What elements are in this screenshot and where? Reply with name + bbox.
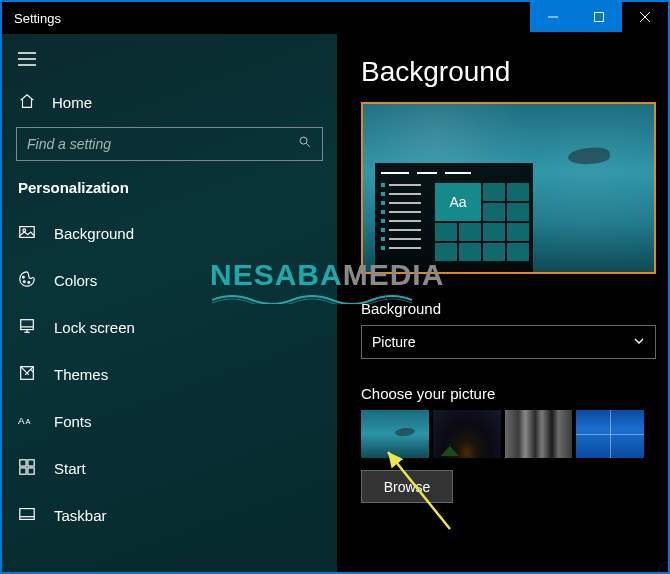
section-title: Personalization xyxy=(2,179,337,210)
picture-thumb-3[interactable] xyxy=(505,410,573,458)
svg-text:A: A xyxy=(18,415,25,426)
picture-thumb-2[interactable] xyxy=(433,410,501,458)
nav-item-lock-screen[interactable]: Lock screen xyxy=(2,304,337,351)
nav-label: Fonts xyxy=(54,413,92,430)
picture-thumbnails xyxy=(361,410,644,458)
preview-subject xyxy=(567,147,610,166)
nav-item-start[interactable]: Start xyxy=(2,445,337,492)
picture-thumb-4[interactable] xyxy=(576,410,644,458)
svg-rect-24 xyxy=(20,468,26,474)
background-type-dropdown[interactable]: Picture xyxy=(361,325,656,359)
search-icon xyxy=(298,135,312,153)
nav-label: Start xyxy=(54,460,86,477)
preview-aa-tile: Aa xyxy=(435,183,481,221)
svg-rect-14 xyxy=(21,320,34,330)
page-title: Background xyxy=(361,56,644,88)
nav-item-themes[interactable]: Themes xyxy=(2,351,337,398)
nav-label: Themes xyxy=(54,366,108,383)
home-nav[interactable]: Home xyxy=(2,82,337,127)
home-icon xyxy=(18,92,36,113)
sidebar: Home Personalization Background Colors L… xyxy=(2,34,337,572)
chevron-down-icon xyxy=(633,334,645,350)
start-icon xyxy=(18,458,36,479)
picture-icon xyxy=(18,223,36,244)
choose-picture-label: Choose your picture xyxy=(361,385,644,402)
svg-rect-25 xyxy=(28,468,34,474)
svg-point-12 xyxy=(23,281,25,283)
browse-button[interactable]: Browse xyxy=(361,470,453,503)
browse-label: Browse xyxy=(384,479,431,495)
taskbar-icon xyxy=(18,505,36,526)
window-controls xyxy=(530,2,668,34)
nav-label: Lock screen xyxy=(54,319,135,336)
close-button[interactable] xyxy=(622,2,668,32)
search-box[interactable] xyxy=(16,127,323,161)
maximize-button[interactable] xyxy=(576,2,622,32)
search-input[interactable] xyxy=(27,136,255,152)
svg-line-8 xyxy=(306,143,310,147)
content-pane: Background xyxy=(337,34,668,572)
nav-label: Colors xyxy=(54,272,97,289)
window-title: Settings xyxy=(2,11,61,26)
svg-rect-1 xyxy=(595,13,604,22)
svg-rect-9 xyxy=(20,227,34,238)
nav-label: Taskbar xyxy=(54,507,107,524)
titlebar: Settings xyxy=(2,2,668,34)
nav-item-taskbar[interactable]: Taskbar xyxy=(2,492,337,539)
background-dropdown-label: Background xyxy=(361,300,644,317)
start-menu-preview: Aa xyxy=(375,163,533,272)
nav-item-colors[interactable]: Colors xyxy=(2,257,337,304)
background-preview: Aa xyxy=(361,102,656,274)
svg-rect-23 xyxy=(28,460,34,466)
themes-icon xyxy=(18,364,36,385)
nav-label: Background xyxy=(54,225,134,242)
picture-thumb-1[interactable] xyxy=(361,410,429,458)
nav-item-fonts[interactable]: AA Fonts xyxy=(2,398,337,445)
settings-window: Settings Home xyxy=(0,0,670,574)
minimize-button[interactable] xyxy=(530,2,576,32)
svg-point-11 xyxy=(23,276,25,278)
window-title-text: Settings xyxy=(14,11,61,26)
home-label: Home xyxy=(52,94,92,111)
svg-point-10 xyxy=(23,229,26,232)
svg-rect-26 xyxy=(20,509,34,520)
fonts-icon: AA xyxy=(18,411,36,432)
dropdown-value: Picture xyxy=(372,334,416,350)
hamburger-menu-button[interactable] xyxy=(2,44,337,82)
palette-icon xyxy=(18,270,36,291)
svg-point-7 xyxy=(300,137,307,144)
svg-rect-22 xyxy=(20,460,26,466)
svg-text:A: A xyxy=(26,417,31,426)
nav-item-background[interactable]: Background xyxy=(2,210,337,257)
svg-point-13 xyxy=(28,282,30,284)
lock-screen-icon xyxy=(18,317,36,338)
